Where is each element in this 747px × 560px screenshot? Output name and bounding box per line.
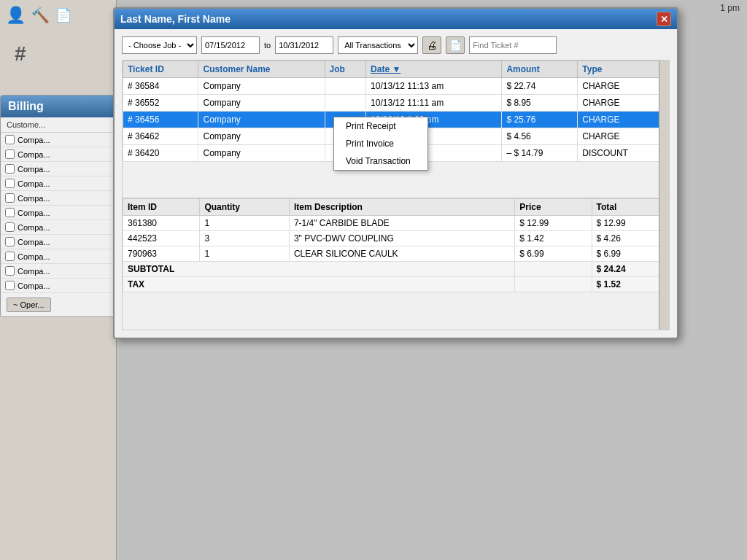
detail-table: Item ID Quantity Item Description Price …: [123, 198, 669, 292]
table-row[interactable]: # 36552 Company 10/13/12 11:11 am $ 8.95…: [123, 95, 669, 112]
context-menu-item[interactable]: Print Receipt: [334, 117, 427, 135]
subtotal-label-cell: SUBTOTAL: [123, 262, 515, 277]
col-customer-name[interactable]: Customer Name: [198, 61, 325, 78]
detail-row: 361380 1 7-1/4" CARBIDE BLADE $ 12.99 $ …: [123, 216, 669, 231]
billing-item-label: Compa...: [18, 223, 50, 232]
detail-total: $ 4.26: [592, 231, 668, 246]
subtotal-row: SUBTOTAL $ 24.24: [123, 262, 669, 277]
customer-cell: Company: [198, 128, 325, 145]
doc-button[interactable]: 📄: [446, 36, 465, 54]
billing-checkbox[interactable]: [5, 149, 15, 159]
close-button[interactable]: ✕: [657, 12, 671, 26]
billing-list-item[interactable]: Compa...: [1, 176, 116, 191]
col-job[interactable]: Job: [325, 61, 366, 78]
open-button[interactable]: ~ Oper...: [7, 298, 51, 312]
billing-list-item[interactable]: Compa...: [1, 264, 116, 279]
transaction-type-select[interactable]: All Transactions: [338, 36, 418, 54]
date-cell: 10/13/12 11:13 am: [366, 78, 502, 95]
job-select[interactable]: - Choose Job -: [122, 36, 197, 54]
date-from-input[interactable]: [201, 36, 260, 54]
customer-cell: Company: [198, 78, 325, 95]
billing-checkbox[interactable]: [5, 237, 15, 246]
billing-list-item[interactable]: Compa...: [1, 249, 116, 264]
col-item-id[interactable]: Item ID: [123, 199, 200, 216]
tax-spacer: [515, 277, 592, 292]
col-date[interactable]: Date ▼: [366, 61, 502, 78]
type-cell: DISCOUNT: [578, 145, 669, 162]
billing-list-item[interactable]: Compa...: [1, 235, 116, 249]
billing-list-item[interactable]: Compa...: [1, 133, 116, 147]
ticket-id-cell: # 36584: [123, 78, 198, 95]
billing-checkbox[interactable]: [5, 193, 15, 203]
detail-description: CLEAR SILICONE CAULK: [289, 246, 514, 262]
detail-item-id: 361380: [123, 216, 200, 231]
table-row[interactable]: # 36584 Company 10/13/12 11:13 am $ 22.7…: [123, 78, 669, 95]
doc-icon: 📄: [55, 7, 71, 23]
subtotal-spacer: [515, 262, 592, 277]
customer-cell: Company: [198, 145, 325, 162]
billing-list-item[interactable]: Compa...: [1, 279, 116, 293]
toolbar: - Choose Job - to All Transactions 🖨 📄: [122, 36, 670, 54]
billing-item-label: Compa...: [18, 194, 50, 203]
detail-price: $ 6.99: [515, 246, 592, 262]
context-menu-item[interactable]: Print Invoice: [334, 135, 427, 152]
billing-item-label: Compa...: [18, 209, 50, 217]
detail-quantity: 3: [200, 231, 290, 246]
billing-list-item[interactable]: Compa...: [1, 191, 116, 206]
billing-checkbox[interactable]: [5, 266, 15, 276]
amount-cell: – $ 14.79: [502, 145, 578, 162]
detail-total: $ 12.99: [592, 216, 668, 231]
detail-item-id: 790963: [123, 246, 200, 262]
billing-item-label: Compa...: [18, 165, 50, 174]
col-quantity[interactable]: Quantity: [200, 199, 290, 216]
detail-item-id: 442523: [123, 231, 200, 246]
time-display: 1 pm: [720, 3, 740, 13]
detail-row: 790963 1 CLEAR SILICONE CAULK $ 6.99 $ 6…: [123, 246, 669, 262]
billing-checkbox[interactable]: [5, 252, 15, 261]
col-total[interactable]: Total: [592, 199, 668, 216]
billing-panel-subtitle: Custome...: [1, 117, 116, 133]
amount-cell: $ 22.74: [502, 78, 578, 95]
find-ticket-input[interactable]: [469, 36, 557, 54]
billing-item-label: Compa...: [18, 281, 50, 290]
type-cell: CHARGE: [578, 78, 669, 95]
detail-total: $ 6.99: [592, 246, 668, 262]
subtotal-value: $ 24.24: [592, 262, 668, 277]
billing-checkbox[interactable]: [5, 208, 15, 217]
col-price[interactable]: Price: [515, 199, 592, 216]
billing-list-item[interactable]: Compa...: [1, 220, 116, 235]
billing-checkbox[interactable]: [5, 281, 15, 290]
billing-list: Compa...Compa...Compa...Compa...Compa...…: [1, 133, 116, 293]
col-description[interactable]: Item Description: [289, 199, 514, 216]
context-menu-item[interactable]: Void Transaction: [334, 152, 427, 170]
print-button[interactable]: 🖨: [422, 36, 441, 54]
detail-scrollbar[interactable]: [659, 198, 669, 330]
date-cell: 10/13/12 11:11 am: [366, 95, 502, 112]
ticket-id-cell: # 36456: [123, 112, 198, 128]
billing-checkbox[interactable]: [5, 164, 15, 174]
billing-list-item[interactable]: Compa...: [1, 206, 116, 220]
billing-item-label: Compa...: [18, 252, 50, 261]
type-cell: CHARGE: [578, 128, 669, 145]
amount-cell: $ 4.56: [502, 128, 578, 145]
detail-price: $ 12.99: [515, 216, 592, 231]
user-icon: 👤: [6, 6, 26, 25]
billing-list-item[interactable]: Compa...: [1, 162, 116, 176]
detail-section: Item ID Quantity Item Description Price …: [122, 198, 670, 330]
billing-item-label: Compa...: [18, 150, 50, 159]
billing-list-item[interactable]: Compa...: [1, 147, 116, 162]
col-ticket-id[interactable]: Ticket ID: [123, 61, 198, 78]
billing-checkbox[interactable]: [5, 135, 15, 144]
billing-item-label: Compa...: [18, 267, 50, 276]
to-label: to: [264, 41, 271, 50]
date-to-input[interactable]: [275, 36, 333, 54]
job-cell: [325, 95, 366, 112]
customer-cell: Company: [198, 95, 325, 112]
billing-checkbox[interactable]: [5, 222, 15, 232]
detail-tbody: 361380 1 7-1/4" CARBIDE BLADE $ 12.99 $ …: [123, 216, 669, 292]
billing-panel-title: Billing: [1, 96, 116, 117]
billing-checkbox[interactable]: [5, 179, 15, 188]
col-amount[interactable]: Amount: [502, 61, 578, 78]
tickets-scrollbar[interactable]: [659, 61, 669, 198]
col-type[interactable]: Type: [578, 61, 669, 78]
